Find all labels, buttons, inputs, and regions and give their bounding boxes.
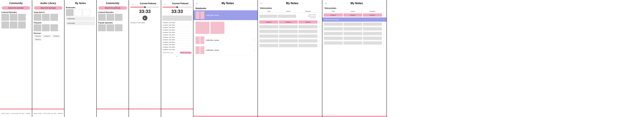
- cat-2[interactable]: Category: [43, 35, 51, 37]
- vn-row-5[interactable]: ⋮: [258, 39, 322, 43]
- vn-dots-4[interactable]: ⋮: [318, 35, 320, 38]
- pod-thumb-3[interactable]: [50, 24, 58, 31]
- nav2-audio-library[interactable]: Audio Library: [34, 113, 42, 114]
- pe-thumb-2[interactable]: [106, 24, 114, 31]
- vn9-dots-3[interactable]: ⋮: [383, 27, 385, 30]
- back-arrow-6[interactable]: ←: [162, 2, 168, 6]
- vn-dots-pod[interactable]: ⋮: [318, 21, 320, 23]
- collection-dots-3[interactable]: ⋮: [253, 49, 256, 52]
- vn9-dots-2[interactable]: ⋮: [383, 23, 385, 26]
- bm-thumb-1[interactable]: [66, 9, 74, 16]
- vn-cell-6-3: [298, 44, 318, 47]
- jb-thumb-3[interactable]: [50, 14, 58, 21]
- vn-row-2[interactable]: ⋮: [258, 25, 322, 29]
- screen-8-title: My Notes: [264, 2, 320, 5]
- thumb-1[interactable]: [2, 14, 9, 21]
- listened-ep-label-4: Listened Episodes: [98, 11, 127, 13]
- vn9-dots-5[interactable]: ⋮: [383, 37, 385, 40]
- notebooks-box[interactable]: Notebooks: [66, 17, 95, 21]
- pe-thumb-1[interactable]: [98, 24, 106, 31]
- vn9-row-4[interactable]: ⋮: [322, 31, 386, 36]
- bm-thumb-2[interactable]: [74, 9, 82, 16]
- collection-name-1: collection name: [206, 14, 252, 16]
- thumb-4[interactable]: [2, 22, 9, 29]
- le-thumb-1[interactable]: [98, 14, 106, 21]
- search-bar-1[interactable]: Search for podcasts: [2, 6, 30, 10]
- screen-3-title: My Notes: [64, 0, 96, 6]
- cat-1[interactable]: Category: [34, 35, 42, 37]
- sub-thumb-pair: [196, 22, 256, 34]
- vn-dots-5[interactable]: ⋮: [318, 40, 320, 42]
- add-to-my-notes-btn[interactable]: add to my notes: [180, 52, 192, 54]
- le-thumb-2[interactable]: [106, 14, 114, 21]
- nav-settings[interactable]: Settings: [26, 113, 31, 114]
- collection-item-1[interactable]: collection name ⋮: [194, 10, 258, 20]
- cat-3[interactable]: Category: [52, 35, 60, 37]
- vn-cell-hint-2: [278, 15, 296, 18]
- vn9-row-2[interactable]: ⋮: [322, 22, 386, 27]
- vn9-dots-pod[interactable]: ⋮: [383, 14, 385, 17]
- back-arrow-8[interactable]: ←: [260, 2, 263, 5]
- collection-dots-2[interactable]: ⋮: [253, 39, 256, 42]
- vn9-row-6[interactable]: ⋮: [322, 41, 386, 45]
- pink-bottom-bar-2: [32, 108, 64, 110]
- podcasts-label: Podcasts: [34, 22, 63, 24]
- vn-cell-6-1: [259, 44, 278, 47]
- vn9-dots-selected[interactable]: ⋮: [383, 18, 385, 21]
- vn-row-4[interactable]: ⋮: [258, 34, 322, 39]
- vn9-dots-4[interactable]: ⋮: [383, 32, 385, 35]
- vn-pod-row[interactable]: pod/genre pod/genre pod/genre ⋮: [258, 20, 322, 25]
- collection-item-2[interactable]: collection name ⋮: [194, 35, 258, 45]
- nav-all-notes[interactable]: All notes: [19, 113, 24, 114]
- voicenotes-box[interactable]: Voicenotes: [66, 21, 95, 25]
- collection-item-3[interactable]: collection name ⋮: [194, 45, 258, 55]
- vn-selected-row[interactable]: selected genre/podcast ⋮: [322, 18, 386, 22]
- vn-dots-hint[interactable]: ⋮: [318, 15, 320, 18]
- play-button-5[interactable]: ▶: [142, 16, 148, 21]
- vn-dots-3[interactable]: ⋮: [318, 30, 320, 33]
- vn-row-6[interactable]: ⋮: [258, 43, 322, 48]
- pod-thumb-2[interactable]: [42, 24, 50, 31]
- vn-cell-3-2: [279, 30, 298, 33]
- vn9-cell-6-3: [363, 41, 382, 45]
- bottom-arrow-6[interactable]: ←: [161, 54, 193, 58]
- cat-4[interactable]: Category: [34, 38, 42, 41]
- back-arrow-7[interactable]: ←: [196, 2, 199, 5]
- nav2-community[interactable]: Community: [43, 113, 50, 114]
- le-thumb-3[interactable]: [115, 14, 122, 21]
- thumb-2[interactable]: [10, 14, 18, 21]
- thumb-3[interactable]: [18, 14, 26, 21]
- vn9-row-3[interactable]: ⋮: [322, 27, 386, 31]
- nav-community[interactable]: Community: [11, 113, 18, 114]
- search-bar-2[interactable]: Search for podcasts: [34, 6, 62, 10]
- vn-pod-row-9[interactable]: pod/genre pod/genre pod/genre ⋮: [322, 13, 386, 18]
- bottom-nav-1: Audio Library Community All notes Settin…: [0, 110, 32, 117]
- nav-audio-library[interactable]: Audio Library: [1, 113, 10, 114]
- vn-cell-3-1: [259, 30, 278, 33]
- vn-dots-6[interactable]: ⋮: [318, 44, 320, 47]
- vn-row-3[interactable]: ⋮: [258, 29, 322, 34]
- scrubber-dot-5: [144, 6, 146, 8]
- nav2-all-notes[interactable]: All notes: [51, 113, 57, 114]
- pod-thumb-1[interactable]: [34, 24, 41, 31]
- vn9-cell-6-1: [324, 41, 343, 45]
- scrubber-6[interactable]: [162, 7, 192, 8]
- jb-thumb-1[interactable]: [34, 14, 41, 21]
- thumb-6[interactable]: [18, 22, 26, 29]
- vn9-row-5[interactable]: ⋮: [322, 36, 386, 41]
- scrubber-5[interactable]: [130, 7, 160, 8]
- jump-back-grid: [32, 14, 64, 21]
- nav2-settings[interactable]: Settings: [58, 113, 63, 114]
- search-bar-4[interactable]: Search for podcasts: [98, 6, 127, 10]
- vn-dots-2[interactable]: ⋮: [318, 25, 320, 28]
- coll-thumb-2a: [196, 36, 200, 44]
- bm-thumb-3[interactable]: [82, 9, 90, 16]
- thumb-5[interactable]: [10, 22, 18, 29]
- collection-dots-1[interactable]: ⋮: [253, 14, 256, 17]
- vn9-dots-6[interactable]: ⋮: [383, 42, 385, 44]
- back-arrow-9[interactable]: ←: [324, 2, 328, 5]
- back-arrow-5[interactable]: ←: [130, 2, 136, 6]
- pe-thumb-3[interactable]: [115, 24, 122, 31]
- jb-thumb-2[interactable]: [42, 14, 50, 21]
- bottom-nav-2: Audio Library Community All notes Settin…: [32, 110, 64, 117]
